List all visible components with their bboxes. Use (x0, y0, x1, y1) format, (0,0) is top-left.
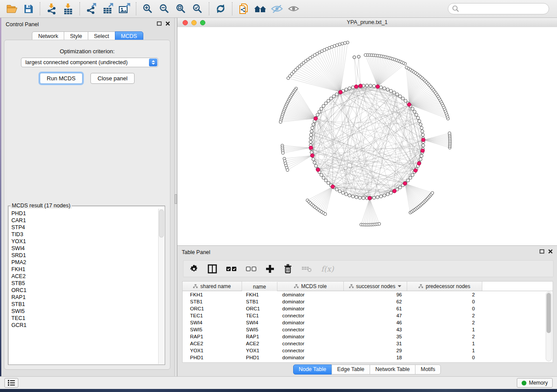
table-columns-button[interactable] (208, 264, 217, 274)
column-header-successor-nodes[interactable]: successor nodes (344, 282, 407, 291)
mcds-result-item[interactable]: SWI4 (11, 245, 159, 252)
save-session-button[interactable] (20, 2, 37, 16)
close-panel-button[interactable]: Close panel (90, 73, 135, 84)
tab-motifs[interactable]: Motifs (415, 364, 441, 375)
delete-table-icon (301, 265, 312, 273)
mcds-result-item[interactable]: STP4 (11, 224, 159, 231)
zoom-out-button[interactable] (156, 2, 173, 16)
import-network-button[interactable] (43, 2, 60, 16)
open-folder-icon (6, 3, 18, 14)
table-row[interactable]: ORC1ORC1dominator610 (183, 305, 553, 312)
splitter-handle[interactable] (175, 194, 177, 204)
memory-button[interactable]: Memory (517, 378, 553, 388)
hide-selected-button[interactable] (269, 2, 285, 16)
selected-option: largest connected component (undirected) (25, 59, 128, 65)
close-panel-icon[interactable] (166, 21, 170, 26)
table-cell: connector (277, 347, 344, 354)
mcds-list-scrollbar[interactable] (158, 209, 164, 364)
zoom-selected-button[interactable] (189, 2, 206, 16)
table-row[interactable]: RAP1RAP1dominator352 (183, 333, 553, 340)
table-row[interactable]: PHD1PHD1dominator180 (183, 354, 553, 361)
table-cell: dominator (277, 333, 344, 340)
delete-table-button[interactable] (301, 265, 312, 273)
table-row[interactable]: TEC1TEC1connector472 (183, 312, 553, 319)
mcds-result-item[interactable]: STB1 (11, 301, 159, 308)
mcds-result-item[interactable]: RAP1 (11, 294, 159, 301)
mcds-result-item[interactable]: PMA2 (11, 259, 159, 266)
table-scrollbar-thumb[interactable] (547, 293, 551, 333)
mcds-result-item[interactable]: ORC1 (11, 287, 159, 294)
float-panel-icon[interactable] (540, 249, 544, 254)
column-header-shared-name[interactable]: shared name (183, 282, 242, 291)
column-type-icon (294, 284, 299, 289)
table-cell: dominator (277, 298, 344, 305)
close-panel-icon[interactable] (548, 249, 553, 254)
network-canvas[interactable] (177, 27, 557, 245)
duplicate-network-button[interactable] (235, 2, 252, 16)
select-all-button[interactable] (226, 266, 237, 272)
table-row[interactable]: YOX1YOX1connector291 (183, 347, 553, 354)
table-settings-button[interactable] (190, 265, 198, 273)
zoom-fit-icon (176, 3, 186, 14)
table-panel-title: Table Panel (182, 249, 210, 255)
table-cell: SWI4 (242, 319, 277, 326)
show-panel-list-button[interactable] (4, 378, 18, 388)
import-table-button[interactable] (60, 2, 76, 16)
open-file-button[interactable] (3, 2, 20, 16)
mcds-result-item[interactable]: SWI5 (11, 308, 159, 315)
table-row[interactable]: STB1STB1dominator620 (183, 298, 553, 305)
deselect-all-button[interactable] (246, 266, 256, 272)
tab-network-table[interactable]: Network Table (370, 364, 415, 375)
table-cell: 0 (407, 298, 482, 305)
export-table-button[interactable] (100, 2, 116, 16)
refresh-button[interactable] (212, 2, 229, 16)
table-row[interactable]: ACE2ACE2connector311 (183, 340, 553, 347)
first-neighbors-button[interactable] (252, 2, 269, 16)
mcds-result-item[interactable]: PHD1 (11, 210, 159, 217)
function-builder-button[interactable]: f(x) (321, 265, 334, 273)
table-cell: ORC1 (183, 305, 242, 312)
export-image-button[interactable] (116, 2, 133, 16)
table-cell: ORC1 (242, 305, 277, 312)
mcds-result-item[interactable]: TEC1 (11, 315, 159, 322)
export-network-button[interactable] (83, 2, 100, 16)
mcds-result-item[interactable]: FKH1 (11, 266, 159, 273)
mcds-result-item[interactable]: CAR1 (11, 217, 159, 224)
float-panel-icon[interactable] (157, 21, 162, 26)
gear-icon (190, 265, 198, 273)
column-header-MCDS-role[interactable]: MCDS role (277, 282, 344, 291)
refresh-icon (215, 3, 226, 14)
export-table-icon (102, 3, 114, 14)
search-box[interactable] (448, 3, 549, 14)
tab-node-table[interactable]: Node Table (293, 364, 332, 375)
search-input[interactable] (460, 4, 549, 14)
zoom-in-button[interactable] (139, 2, 156, 16)
table-cell: dominator (277, 319, 344, 326)
add-row-button[interactable] (266, 265, 274, 273)
vertical-splitter[interactable] (174, 18, 177, 376)
show-all-button[interactable] (285, 2, 302, 16)
tab-edge-table[interactable]: Edge Table (332, 364, 370, 375)
mcds-result-item[interactable]: YOX1 (11, 238, 159, 245)
main-toolbar (0, 0, 557, 18)
toolbar-separator (209, 2, 209, 15)
mcds-result-list[interactable]: PHD1CAR1STP4TID3YOX1SWI4SRD1PMA2FKH1ACE2… (8, 209, 159, 364)
run-mcds-button[interactable]: Run MCDS (40, 73, 83, 84)
column-header-predecessor-nodes[interactable]: predecessor nodes (407, 282, 482, 291)
zoom-out-icon (159, 3, 170, 14)
column-header-name[interactable]: name (242, 282, 277, 291)
table-scrollbar[interactable] (546, 292, 552, 361)
table-row[interactable]: FKH1FKH1dominator962 (183, 291, 553, 298)
zoom-selected-icon (192, 3, 203, 14)
zoom-fit-button[interactable] (173, 2, 189, 16)
delete-row-button[interactable] (284, 264, 292, 274)
optimization-criterion-select[interactable]: largest connected component (undirected) (21, 58, 158, 67)
table-row[interactable]: SWI5SWI5connector431 (183, 326, 553, 333)
mcds-result-item[interactable]: GCR1 (11, 322, 159, 329)
table-cell: 1 (407, 340, 482, 347)
table-row[interactable]: SWI4SWI4dominator462 (183, 319, 553, 326)
mcds-result-item[interactable]: ACE2 (11, 273, 159, 280)
mcds-result-item[interactable]: SRD1 (11, 252, 159, 259)
mcds-result-item[interactable]: TID3 (11, 231, 159, 238)
mcds-result-item[interactable]: STB5 (11, 280, 159, 287)
